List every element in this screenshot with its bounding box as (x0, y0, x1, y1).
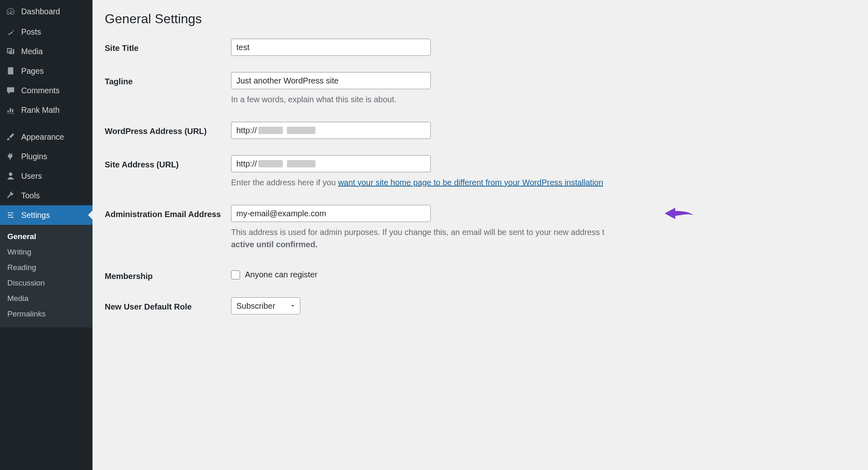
submenu-item-writing[interactable]: Writing (0, 244, 93, 260)
redacted-text (258, 127, 283, 134)
settings-submenu: General Writing Reading Discussion Media… (0, 225, 93, 327)
membership-checkbox[interactable] (231, 270, 240, 279)
sidebar-item-comments[interactable]: Comments (0, 81, 93, 100)
page-icon (5, 65, 16, 77)
label-admin-email: Administration Email Address (105, 205, 231, 219)
row-membership: Membership Anyone can register (105, 267, 856, 281)
media-icon (5, 46, 16, 57)
brush-icon (5, 131, 16, 143)
sidebar-item-label: Settings (21, 211, 50, 220)
sliders-icon (5, 209, 16, 221)
wrench-icon (5, 190, 16, 201)
sidebar-item-settings[interactable]: Settings (0, 205, 93, 225)
admin-sidebar: Dashboard Posts Media Pages Comments (0, 0, 93, 470)
arrow-left-icon (665, 206, 693, 221)
sidebar-item-dashboard[interactable]: Dashboard (0, 0, 93, 22)
row-admin-email: Administration Email Address This addres… (105, 205, 856, 250)
sidebar-item-media[interactable]: Media (0, 42, 93, 61)
sidebar-item-label: Pages (21, 66, 44, 76)
sidebar-item-label: Users (21, 171, 42, 181)
sidebar-item-users[interactable]: Users (0, 166, 93, 186)
settings-page: General Settings Site Title Tagline In a… (93, 0, 868, 470)
sidebar-item-label: Media (21, 47, 43, 56)
submenu-item-discussion[interactable]: Discussion (0, 275, 93, 291)
submenu-item-media[interactable]: Media (0, 291, 93, 306)
annotation-arrow (665, 205, 693, 222)
row-site-title: Site Title (105, 39, 856, 56)
tagline-input[interactable] (231, 72, 431, 89)
row-tagline: Tagline In a few words, explain what thi… (105, 72, 856, 105)
pin-icon (5, 26, 16, 37)
admin-email-input[interactable] (231, 205, 431, 222)
redacted-text (287, 127, 315, 134)
label-site-address: Site Address (URL) (105, 155, 231, 169)
redacted-text (287, 160, 315, 167)
sidebar-item-label: Comments (21, 86, 59, 95)
wp-address-input[interactable]: http:// (231, 122, 431, 139)
sidebar-item-pages[interactable]: Pages (0, 61, 93, 81)
site-address-help-link[interactable]: want your site home page to be different… (338, 178, 603, 187)
sidebar-item-label: Tools (21, 191, 40, 200)
sidebar-item-label: Rank Math (21, 105, 59, 115)
site-address-input[interactable]: http:// (231, 155, 431, 172)
sidebar-item-posts[interactable]: Posts (0, 22, 93, 42)
chart-icon (5, 104, 16, 116)
redacted-text (258, 160, 283, 167)
sidebar-item-label: Dashboard (21, 7, 60, 16)
site-address-description: Enter the address here if you want your … (231, 176, 856, 189)
site-title-input[interactable] (231, 39, 431, 56)
user-icon (5, 170, 16, 182)
label-membership: Membership (105, 267, 231, 281)
sidebar-item-rankmath[interactable]: Rank Math (0, 100, 93, 120)
row-wp-address: WordPress Address (URL) http:// (105, 122, 856, 139)
sidebar-item-tools[interactable]: Tools (0, 186, 93, 205)
row-default-role: New User Default Role Subscriber (105, 297, 856, 314)
sidebar-item-label: Appearance (21, 132, 64, 142)
page-title: General Settings (105, 11, 856, 26)
label-default-role: New User Default Role (105, 297, 231, 312)
admin-email-description: This address is used for admin purposes.… (231, 226, 856, 250)
default-role-select[interactable]: Subscriber (231, 297, 300, 314)
plugin-icon (5, 151, 16, 162)
row-site-address: Site Address (URL) http:// Enter the add… (105, 155, 856, 189)
sidebar-item-appearance[interactable]: Appearance (0, 127, 93, 147)
label-site-title: Site Title (105, 39, 231, 53)
tagline-description: In a few words, explain what this site i… (231, 93, 856, 105)
label-tagline: Tagline (105, 72, 231, 86)
label-wp-address: WordPress Address (URL) (105, 122, 231, 136)
submenu-item-reading[interactable]: Reading (0, 260, 93, 275)
sidebar-item-label: Posts (21, 27, 41, 37)
membership-checkbox-label[interactable]: Anyone can register (245, 270, 317, 279)
sidebar-item-plugins[interactable]: Plugins (0, 147, 93, 166)
sidebar-item-label: Plugins (21, 152, 47, 161)
comment-icon (5, 85, 16, 96)
submenu-item-general[interactable]: General (0, 229, 93, 244)
submenu-item-permalinks[interactable]: Permalinks (0, 306, 93, 322)
dashboard-icon (5, 6, 16, 17)
